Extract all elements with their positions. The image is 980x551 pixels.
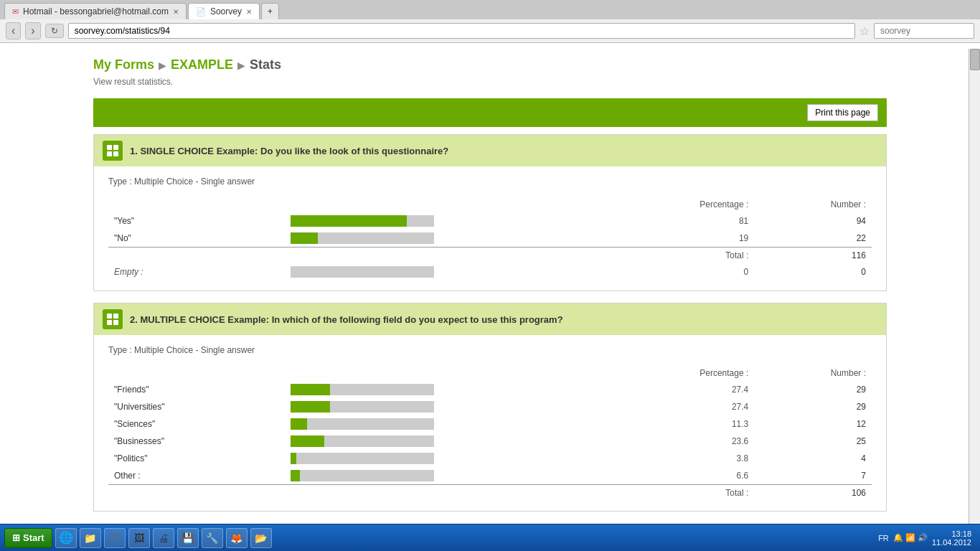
answer-pct-2-1: 27.4 [608, 381, 755, 398]
total-count-2: 106 [754, 485, 872, 501]
total-count-1: 116 [754, 248, 872, 264]
bar-container-2-6 [291, 470, 434, 481]
svg-rect-3 [113, 151, 118, 156]
answer-bar-cell-2-6 [285, 467, 608, 485]
tab-bar: ✉ Hotmail - bessongabriel@hotmail.com ✕ … [0, 0, 980, 19]
forward-button[interactable]: › [25, 22, 40, 39]
taskbar-app5[interactable]: 🔧 [202, 528, 223, 538]
stats-table-2: Percentage : Number : "Friends" 27.4 29 … [108, 365, 872, 501]
answer-pct-2-4: 23.6 [608, 433, 755, 450]
reload-button[interactable]: ↻ [45, 24, 64, 38]
search-bar[interactable] [874, 23, 974, 39]
svg-rect-0 [107, 145, 112, 150]
taskbar-ie[interactable]: 🌐 [55, 528, 77, 538]
question-header-2: 2. MULTIPLE CHOICE Example: In which of … [94, 303, 886, 335]
col-label-1 [108, 197, 285, 212]
bar-container-2-4 [291, 435, 434, 447]
question-body-2: Type : Multiple Choice - Single answer P… [94, 335, 886, 511]
tab-close-soorvey[interactable]: ✕ [246, 8, 252, 16]
answer-row-2-1: "Friends" 27.4 29 [108, 381, 872, 398]
taskbar-app3[interactable]: 🖨 [153, 528, 174, 538]
question-block-2: 2. MULTIPLE CHOICE Example: In which of … [93, 303, 887, 512]
tab-soorvey-label: Soorvey [210, 6, 242, 17]
page-subtitle: View result statistics. [93, 77, 887, 87]
tab-soorvey[interactable]: 📄 Soorvey ✕ [188, 3, 260, 19]
answer-bar-cell-2-4 [285, 433, 608, 450]
breadcrumb-myforms[interactable]: My Forms [93, 57, 154, 72]
bar-fill-2-5 [291, 453, 296, 464]
answer-count-1-1: 94 [754, 212, 872, 230]
taskbar-app6[interactable]: 📂 [250, 528, 272, 538]
empty-count-1: 0 [754, 263, 872, 281]
taskbar-right: FR 🔔 📶 🔊 13:18 11.04.2012 [878, 529, 976, 538]
total-label-1: Total : [608, 248, 755, 264]
star-icon: ☆ [859, 24, 870, 38]
total-row-1: Total : 116 [108, 248, 872, 264]
taskbar: ⊞ Start 🌐 📁 🎵 🖼 🖨 💾 🔧 🦊 📂 FR 🔔 📶 🔊 13:18… [0, 524, 980, 537]
answer-bar-cell-2-2 [285, 398, 608, 415]
answer-bar-cell-2-1 [285, 381, 608, 398]
tab-hotmail[interactable]: ✉ Hotmail - bessongabriel@hotmail.com ✕ [4, 3, 187, 19]
scrollbar[interactable] [969, 49, 980, 524]
question-title-2: 2. MULTIPLE CHOICE Example: In which of … [130, 314, 563, 325]
answer-label-1-1: "Yes" [108, 212, 285, 230]
bar-fill-1-1 [291, 215, 407, 227]
taskbar-app1[interactable]: 🎵 [104, 528, 126, 538]
scrollbar-thumb[interactable] [970, 49, 980, 70]
breadcrumb-example[interactable]: EXAMPLE [171, 57, 233, 72]
answer-pct-2-3: 11.3 [608, 415, 755, 433]
svg-rect-1 [113, 145, 118, 150]
answer-row-2-3: "Sciences" 11.3 12 [108, 415, 872, 433]
answer-count-2-1: 29 [754, 381, 872, 398]
question-block-1: 1. SINGLE CHOICE Example: Do you like th… [93, 134, 887, 291]
total-label-2: Total : [608, 485, 755, 501]
answer-bar-cell-1-1 [285, 212, 608, 230]
answer-row-1-2: "No" 19 22 [108, 230, 872, 248]
breadcrumb-stats: Stats [250, 57, 281, 72]
address-bar[interactable] [68, 23, 855, 39]
answer-row-2-4: "Businesses" 23.6 25 [108, 433, 872, 450]
answer-bar-cell-2-5 [285, 450, 608, 467]
bar-fill-2-4 [291, 435, 324, 447]
answer-label-2-3: "Sciences" [108, 415, 285, 433]
answer-count-2-5: 4 [754, 450, 872, 467]
answer-pct-1-1: 81 [608, 212, 755, 230]
answer-label-2-1: "Friends" [108, 381, 285, 398]
empty-bar-container-1 [291, 266, 434, 278]
answer-label-1-2: "No" [108, 230, 285, 248]
answer-count-2-2: 29 [754, 398, 872, 415]
tab-close-hotmail[interactable]: ✕ [173, 8, 179, 16]
total-blank-2 [108, 485, 285, 501]
taskbar-clock: 13:18 11.04.2012 [932, 529, 971, 538]
answer-bar-cell-1-2 [285, 230, 608, 248]
taskbar-app4[interactable]: 💾 [177, 528, 199, 538]
svg-rect-4 [107, 314, 112, 319]
svg-rect-6 [107, 320, 112, 325]
answer-row-2-6: Other : 6.6 7 [108, 467, 872, 485]
browser-chrome: ✉ Hotmail - bessongabriel@hotmail.com ✕ … [0, 0, 980, 43]
page-content: My Forms ▶ EXAMPLE ▶ Stats View result s… [0, 43, 980, 537]
svg-rect-7 [113, 320, 118, 325]
total-row-2: Total : 106 [108, 485, 872, 501]
svg-rect-5 [113, 314, 118, 319]
new-tab-button[interactable]: + [261, 3, 279, 19]
answer-pct-2-6: 6.6 [608, 467, 755, 485]
print-button[interactable]: Print this page [807, 104, 878, 121]
answer-label-2-6: Other : [108, 467, 285, 485]
taskbar-folder[interactable]: 📁 [80, 528, 101, 538]
taskbar-app2[interactable]: 🖼 [128, 528, 150, 538]
bar-fill-2-2 [291, 401, 330, 413]
col-bar-1 [285, 197, 608, 212]
question-icon-1 [103, 141, 123, 161]
back-button[interactable]: ‹ [6, 22, 21, 39]
bar-container-2-5 [291, 453, 434, 464]
answer-label-2-2: "Universities" [108, 398, 285, 415]
total-bar-blank-2 [285, 485, 608, 501]
question-title-1: 1. SINGLE CHOICE Example: Do you like th… [130, 146, 448, 156]
start-button[interactable]: ⊞ Start [4, 528, 52, 538]
answer-bar-cell-2-3 [285, 415, 608, 433]
total-bar-blank-1 [285, 248, 608, 264]
bar-fill-2-1 [291, 384, 330, 395]
question-type-1: Type : Multiple Choice - Single answer [108, 176, 872, 187]
taskbar-firefox[interactable]: 🦊 [226, 528, 248, 538]
